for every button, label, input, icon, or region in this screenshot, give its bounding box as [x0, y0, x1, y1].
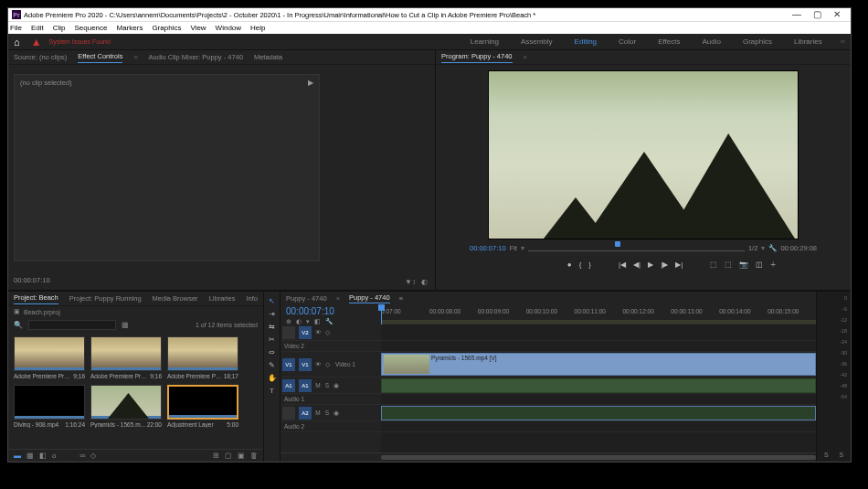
maximize-button[interactable]: ▢	[807, 8, 827, 21]
timeline-timecode[interactable]: 00:00:07:10	[286, 306, 376, 316]
solo-right-icon[interactable]: S	[839, 452, 843, 458]
home-icon[interactable]: ⌂	[14, 37, 20, 48]
ripple-tool-icon[interactable]: ⇆	[269, 323, 275, 331]
tab-audio-clip-mixer[interactable]: Audio Clip Mixer: Puppy - 4740	[149, 53, 243, 61]
project-search-input[interactable]	[28, 320, 116, 330]
hand-tool-icon[interactable]: ✋	[268, 374, 277, 382]
search-icon[interactable]: 🔍	[14, 321, 23, 329]
bin-icon[interactable]: ▣	[14, 308, 20, 315]
tab-media-browser[interactable]: Media Browser	[153, 294, 198, 303]
ws-assembly[interactable]: Assembly	[521, 37, 553, 46]
timeline-tab-1[interactable]: Puppy - 4740	[286, 294, 327, 303]
effect-controls-timecode[interactable]: 00:00:07:10	[14, 274, 429, 286]
newitem-icon[interactable]: ▢	[225, 452, 232, 460]
close-button[interactable]: ✕	[827, 8, 847, 21]
export-frame-icon[interactable]: 📷	[739, 260, 748, 269]
mark-in-icon[interactable]: {	[579, 260, 582, 269]
selection-tool-icon[interactable]: ↖	[269, 297, 275, 305]
video-clip[interactable]: Pyramids - 1565.mp4 [V]	[381, 353, 816, 376]
tab-effect-controls[interactable]: Effect Controls	[78, 52, 122, 63]
lift-icon[interactable]: ⬚	[710, 260, 717, 269]
program-fit-dropdown[interactable]: Fit	[510, 244, 517, 252]
icon-view-icon[interactable]: ▦	[26, 452, 34, 460]
go-to-in-icon[interactable]: |◀	[619, 260, 626, 269]
track-header-v1[interactable]: V1V1👁◇ Video 1	[281, 352, 381, 377]
menu-markers[interactable]: Markers	[117, 24, 143, 32]
timeline-scrollbar[interactable]	[281, 452, 816, 462]
program-playhead[interactable]	[615, 241, 620, 247]
program-tab-menu-icon[interactable]: ≡	[524, 54, 527, 60]
button-editor-icon[interactable]: +	[770, 260, 776, 270]
ws-effects[interactable]: Effects	[658, 37, 680, 46]
solo-left-icon[interactable]: S	[824, 452, 829, 458]
filter-icon[interactable]: ▼↕	[405, 278, 416, 286]
tab-menu-icon[interactable]: ≡	[133, 54, 137, 60]
project-item[interactable]: Adobe Premiere Pro 2...9;16	[90, 336, 162, 379]
tab-source[interactable]: Source: (no clips)	[14, 53, 67, 61]
track-header-a1[interactable]: A1A1MS◉	[281, 377, 381, 394]
menu-help[interactable]: Help	[250, 24, 265, 32]
comparison-icon[interactable]: ◫	[756, 260, 763, 269]
program-scrubber[interactable]	[528, 241, 745, 254]
program-resolution[interactable]: 1/2	[748, 244, 757, 252]
program-timecode[interactable]: 00:00:07:10	[470, 244, 506, 252]
audio-clip-a1[interactable]	[381, 378, 816, 393]
project-item[interactable]: Adobe Premiere Pro 2...9;16	[14, 336, 85, 379]
menu-view[interactable]: View	[190, 24, 206, 32]
go-to-out-icon[interactable]: ▶|	[675, 260, 683, 269]
ws-learning[interactable]: Learning	[471, 37, 499, 46]
wrench-icon[interactable]: 🔧	[768, 244, 777, 252]
ws-libraries[interactable]: Libraries	[794, 37, 822, 46]
trash-icon[interactable]: 🗑	[250, 452, 258, 460]
auto-icon[interactable]: ◇	[90, 452, 96, 460]
ws-audio[interactable]: Audio	[703, 37, 721, 46]
project-item[interactable]: Pyramids - 1565.mp422:00	[90, 385, 162, 428]
ws-graphics[interactable]: Graphics	[743, 37, 772, 46]
new-bin-icon[interactable]: ▦	[122, 321, 129, 329]
menu-window[interactable]: Window	[216, 24, 241, 32]
newbin-icon[interactable]: ▣	[238, 452, 245, 460]
list-view-icon[interactable]: ▬	[14, 452, 21, 460]
minimize-button[interactable]: —	[787, 8, 807, 21]
tab-metadata[interactable]: Metadata	[254, 53, 282, 61]
workspace-overflow-icon[interactable]: ››	[841, 37, 845, 46]
ws-editing[interactable]: Editing	[575, 37, 597, 46]
menu-graphics[interactable]: Graphics	[152, 24, 181, 32]
expand-icon[interactable]: ▶	[308, 79, 313, 87]
toggle-icon[interactable]: ◐	[421, 278, 428, 286]
freeform-view-icon[interactable]: ◧	[39, 452, 47, 460]
tab-program[interactable]: Program: Puppy - 4740	[441, 52, 513, 63]
razor-tool-icon[interactable]: ✂	[269, 335, 275, 344]
track-select-tool-icon[interactable]: ⇥	[269, 310, 275, 318]
timeline-tab-2[interactable]: Puppy - 4740	[349, 293, 390, 303]
audio-clip-a2[interactable]	[381, 406, 816, 420]
track-header-a2[interactable]: A2MS◉	[281, 405, 381, 421]
step-back-icon[interactable]: ◀|	[633, 260, 640, 269]
play-icon[interactable]: ▶	[648, 260, 653, 269]
mark-out-icon[interactable]: }	[588, 260, 591, 269]
type-tool-icon[interactable]: T	[270, 387, 274, 395]
warning-text[interactable]: System Issues Found	[49, 38, 111, 45]
find-icon[interactable]: ⊞	[213, 452, 219, 460]
add-marker-icon[interactable]: ●	[567, 260, 572, 269]
tab-project-beach[interactable]: Project: Beach	[14, 293, 58, 304]
titlebar[interactable]: Pr Adobe Premiere Pro 2020 - C:\Users\an…	[8, 8, 851, 21]
timeline-lanes[interactable]: Pyramids - 1565.mp4 [V]	[381, 324, 816, 452]
extract-icon[interactable]: ⬚	[725, 260, 732, 269]
menu-clip[interactable]: Clip	[53, 24, 66, 32]
timeline-ruler[interactable]: 0:07:0000:00:08:0000:00:09:0000:00:10:00…	[381, 304, 816, 324]
warning-icon[interactable]: ▲	[31, 36, 42, 48]
menu-file[interactable]: File	[10, 24, 22, 32]
menu-edit[interactable]: Edit	[31, 24, 44, 32]
program-video[interactable]	[488, 70, 799, 239]
zoom-icon[interactable]: o	[52, 452, 56, 460]
project-item[interactable]: Adjustment Layer5:00	[167, 385, 238, 428]
project-item[interactable]: Diving - 908.mp41:16:24	[14, 385, 85, 428]
tab-libraries[interactable]: Libraries	[209, 294, 236, 303]
menu-sequence[interactable]: Sequence	[74, 24, 107, 32]
pen-tool-icon[interactable]: ✎	[269, 361, 275, 369]
ws-color[interactable]: Color	[619, 37, 636, 46]
tab-info[interactable]: Info	[246, 294, 258, 303]
tab-project-puppy[interactable]: Project: Puppy Running	[69, 294, 142, 303]
slip-tool-icon[interactable]: ⇔	[269, 348, 275, 356]
